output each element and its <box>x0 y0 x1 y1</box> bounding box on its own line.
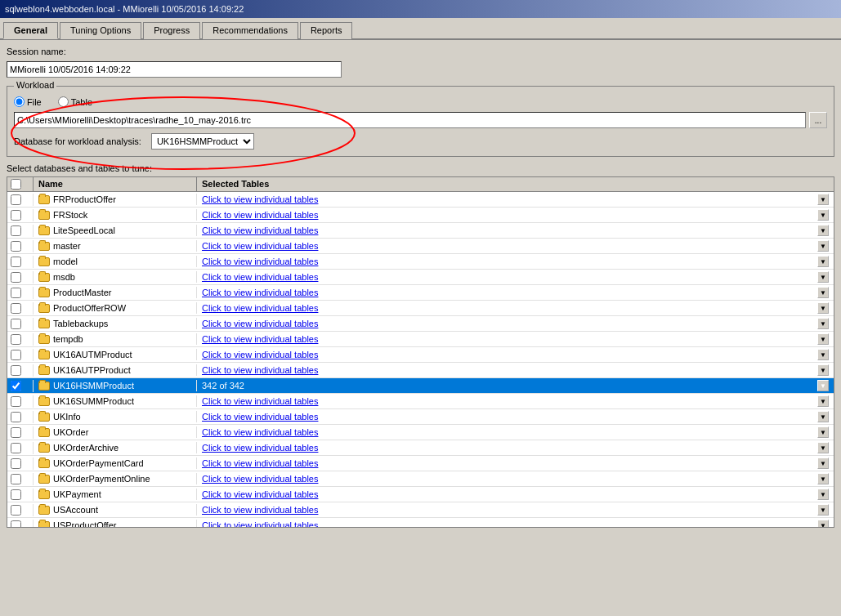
row-dropdown-arrow[interactable]: ▼ <box>817 504 829 516</box>
session-name-input[interactable] <box>7 61 342 78</box>
folder-icon <box>38 413 50 422</box>
db-label: Database for workload analysis: <box>14 136 141 146</box>
tab-progress[interactable]: Progress <box>143 22 200 39</box>
row-checkbox[interactable] <box>11 474 21 484</box>
view-tables-link[interactable]: Click to view individual tables <box>202 365 318 375</box>
view-tables-link[interactable]: Click to view individual tables <box>202 412 318 422</box>
row-dropdown-arrow[interactable]: ▼ <box>817 489 829 500</box>
row-dropdown-arrow[interactable]: ▼ <box>817 318 829 329</box>
row-checkbox[interactable] <box>11 350 21 360</box>
row-check-cell <box>7 520 34 529</box>
row-dropdown-arrow[interactable]: ▼ <box>817 194 829 205</box>
view-tables-link[interactable]: Click to view individual tables <box>202 288 318 297</box>
tab-tuning[interactable]: Tuning Options <box>60 22 141 39</box>
row-checkbox[interactable] <box>11 334 21 345</box>
row-dropdown-arrow[interactable]: ▼ <box>817 364 829 376</box>
view-tables-link[interactable]: Click to view individual tables <box>202 474 318 484</box>
row-dropdown-arrow[interactable]: ▼ <box>817 442 829 453</box>
folder-icon <box>38 273 50 282</box>
row-dropdown-arrow[interactable]: ▼ <box>817 473 829 484</box>
table-radio-label[interactable]: Table <box>58 96 92 107</box>
row-checkbox[interactable] <box>11 489 21 500</box>
row-name-cell: FRProductOffer <box>34 194 197 205</box>
row-selected-cell: Click to view individual tables▼ <box>197 255 834 268</box>
table-row: USAccountClick to view individual tables… <box>7 502 834 518</box>
tab-general[interactable]: General <box>3 22 58 39</box>
file-path-input[interactable] <box>14 112 806 128</box>
row-checkbox[interactable] <box>11 241 21 252</box>
view-tables-link[interactable]: Click to view individual tables <box>202 334 318 344</box>
row-selected-cell: Click to view individual tables▼ <box>197 395 834 408</box>
row-checkbox[interactable] <box>11 303 21 314</box>
row-name-cell: USAccount <box>34 504 197 516</box>
row-checkbox[interactable] <box>11 257 21 267</box>
row-checkbox[interactable] <box>11 319 21 329</box>
row-checkbox[interactable] <box>11 381 21 391</box>
row-dropdown-arrow[interactable]: ▼ <box>817 209 829 221</box>
row-dropdown-arrow[interactable]: ▼ <box>817 256 829 267</box>
row-checkbox[interactable] <box>11 505 21 516</box>
folder-icon <box>38 428 50 437</box>
row-dropdown-arrow[interactable]: ▼ <box>817 395 829 407</box>
tab-recommendations[interactable]: Recommendations <box>202 22 298 39</box>
browse-button[interactable]: ... <box>809 112 827 128</box>
row-dropdown-arrow[interactable]: ▼ <box>817 287 829 298</box>
view-tables-link[interactable]: Click to view individual tables <box>202 257 318 266</box>
file-radio-label[interactable]: File <box>14 96 42 107</box>
row-checkbox[interactable] <box>11 365 21 376</box>
row-dropdown-arrow[interactable]: ▼ <box>817 302 829 314</box>
row-selected-cell: Click to view individual tables▼ <box>197 270 834 283</box>
view-tables-link[interactable]: Click to view individual tables <box>202 194 318 204</box>
row-selected-cell: Click to view individual tables▼ <box>197 301 834 315</box>
row-checkbox[interactable] <box>11 288 21 298</box>
row-dropdown-arrow[interactable]: ▼ <box>817 520 829 528</box>
row-checkbox[interactable] <box>11 520 21 529</box>
row-checkbox[interactable] <box>11 396 21 407</box>
table-radio[interactable] <box>58 96 69 107</box>
view-tables-link[interactable]: Click to view individual tables <box>202 458 318 468</box>
view-tables-link[interactable]: Click to view individual tables <box>202 505 318 515</box>
tab-reports[interactable]: Reports <box>300 22 353 39</box>
db-name: UKOrderPaymentCard <box>53 458 144 468</box>
row-selected-cell: Click to view individual tables▼ <box>197 333 834 346</box>
view-tables-link[interactable]: Click to view individual tables <box>202 443 318 453</box>
row-checkbox[interactable] <box>11 458 21 469</box>
row-check-cell <box>7 349 34 361</box>
db-name: UKOrder <box>53 427 88 437</box>
table-row: masterClick to view individual tables▼ <box>7 239 834 254</box>
view-tables-link[interactable]: Click to view individual tables <box>202 427 318 437</box>
view-tables-link[interactable]: Click to view individual tables <box>202 225 318 235</box>
view-tables-link[interactable]: Click to view individual tables <box>202 319 318 328</box>
view-tables-link[interactable]: Click to view individual tables <box>202 303 318 313</box>
row-dropdown-arrow[interactable]: ▼ <box>817 349 829 360</box>
row-dropdown-arrow[interactable]: ▼ <box>817 333 829 345</box>
row-dropdown-arrow[interactable]: ▼ <box>817 426 829 438</box>
row-dropdown-arrow[interactable]: ▼ <box>817 458 829 469</box>
row-checkbox[interactable] <box>11 210 21 221</box>
row-selected-cell: Click to view individual tables▼ <box>197 286 834 299</box>
row-checkbox[interactable] <box>11 412 21 422</box>
db-name: ProductOfferROW <box>53 303 126 313</box>
view-tables-link[interactable]: Click to view individual tables <box>202 241 318 251</box>
table-row: UKPaymentClick to view individual tables… <box>7 487 834 502</box>
view-tables-link[interactable]: Click to view individual tables <box>202 396 318 406</box>
row-checkbox[interactable] <box>11 194 21 205</box>
view-tables-link[interactable]: Click to view individual tables <box>202 520 318 528</box>
view-tables-link[interactable]: Click to view individual tables <box>202 210 318 220</box>
row-dropdown-arrow[interactable]: ▼ <box>817 411 829 422</box>
view-tables-link[interactable]: Click to view individual tables <box>202 489 318 499</box>
row-checkbox[interactable] <box>11 225 21 236</box>
row-checkbox[interactable] <box>11 427 21 438</box>
row-dropdown-arrow[interactable]: ▼ <box>817 380 829 391</box>
row-checkbox[interactable] <box>11 272 21 283</box>
select-all-checkbox[interactable] <box>11 179 21 190</box>
row-dropdown-arrow[interactable]: ▼ <box>817 240 829 252</box>
th-check <box>7 177 34 191</box>
db-select[interactable]: UK16HSMMProduct <box>151 133 254 150</box>
view-tables-link[interactable]: Click to view individual tables <box>202 272 318 282</box>
row-checkbox[interactable] <box>11 443 21 453</box>
view-tables-link[interactable]: Click to view individual tables <box>202 350 318 359</box>
row-dropdown-arrow[interactable]: ▼ <box>817 271 829 283</box>
row-dropdown-arrow[interactable]: ▼ <box>817 225 829 236</box>
file-radio[interactable] <box>14 96 25 107</box>
